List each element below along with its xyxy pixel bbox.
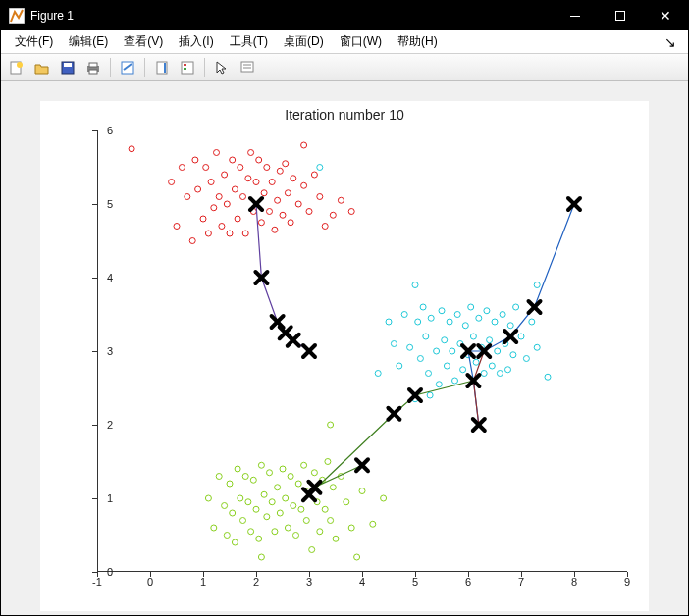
svg-point-24 (192, 157, 198, 163)
svg-point-20 (174, 224, 180, 230)
svg-rect-5 (64, 63, 72, 67)
close-button[interactable]: ✕ (643, 1, 688, 30)
maximize-button[interactable] (598, 1, 643, 30)
menu-desktop[interactable]: 桌面(D) (276, 30, 332, 53)
minimize-button[interactable] (553, 1, 598, 30)
svg-point-39 (235, 216, 240, 222)
svg-rect-14 (184, 68, 186, 70)
svg-point-61 (295, 201, 301, 207)
menu-window[interactable]: 窗口(W) (332, 30, 390, 53)
svg-point-122 (534, 282, 540, 288)
menu-tools[interactable]: 工具(T) (222, 30, 276, 53)
pointer-icon (214, 60, 230, 76)
svg-point-19 (169, 180, 175, 185)
svg-point-77 (407, 344, 413, 350)
svg-point-174 (359, 488, 365, 494)
xtick-label: 5 (405, 576, 425, 588)
menu-edit[interactable]: 编辑(E) (61, 30, 116, 53)
svg-point-105 (484, 308, 490, 314)
toolbar (1, 54, 688, 81)
svg-rect-12 (182, 62, 193, 74)
xtick-label: 4 (352, 576, 372, 588)
save-button[interactable] (56, 57, 80, 78)
svg-point-38 (232, 186, 238, 192)
svg-point-141 (258, 462, 264, 468)
colorbar-button[interactable] (150, 57, 174, 78)
xtick-label: 1 (193, 576, 213, 588)
svg-point-86 (434, 348, 440, 354)
svg-point-138 (250, 477, 256, 483)
svg-point-81 (420, 304, 426, 310)
svg-point-177 (328, 422, 334, 428)
svg-point-54 (275, 197, 281, 203)
svg-point-47 (256, 157, 262, 163)
svg-point-50 (264, 165, 270, 171)
xtick-label: 3 (299, 576, 319, 588)
svg-point-92 (450, 348, 455, 354)
svg-point-147 (275, 485, 281, 490)
svg-point-33 (219, 224, 225, 230)
svg-point-144 (267, 470, 273, 476)
xtick-label: 9 (617, 576, 637, 588)
svg-point-156 (298, 506, 304, 512)
svg-point-154 (293, 533, 299, 539)
xtick-label: 2 (246, 576, 266, 588)
datacursor-button[interactable] (236, 57, 259, 78)
svg-point-125 (211, 525, 217, 531)
svg-point-85 (428, 315, 434, 321)
svg-point-109 (495, 348, 501, 354)
svg-point-152 (288, 474, 293, 480)
legend-icon (180, 60, 195, 76)
menu-file[interactable]: 文件(F) (7, 30, 61, 53)
svg-point-60 (291, 176, 296, 181)
svg-point-64 (311, 172, 317, 178)
window-controls: ✕ (553, 1, 688, 30)
svg-point-59 (288, 220, 293, 226)
svg-point-172 (348, 525, 354, 531)
pointer-button[interactable] (210, 57, 234, 78)
print-button[interactable] (81, 57, 105, 78)
svg-point-110 (497, 371, 503, 377)
svg-point-84 (427, 392, 433, 398)
svg-point-99 (468, 304, 474, 310)
svg-point-166 (325, 459, 331, 465)
svg-point-158 (303, 518, 309, 524)
svg-point-124 (205, 495, 211, 501)
svg-point-43 (245, 176, 251, 181)
menu-insert[interactable]: 插入(I) (171, 30, 221, 53)
svg-point-67 (330, 212, 336, 218)
menu-view[interactable]: 查看(V) (116, 30, 171, 53)
svg-point-169 (333, 536, 339, 541)
svg-point-168 (330, 485, 336, 490)
axes-panel: Iteration number 10 0123456-10123456789 (40, 101, 649, 611)
svg-point-42 (242, 231, 248, 236)
svg-point-71 (317, 165, 323, 171)
svg-point-116 (513, 304, 519, 310)
svg-point-139 (253, 506, 259, 512)
figure-window: Figure 1 ✕ 文件(F) 编辑(E) 查看(V) 插入(I) 工具(T)… (0, 0, 689, 616)
svg-point-134 (240, 518, 246, 524)
open-button[interactable] (30, 57, 54, 78)
svg-point-70 (301, 142, 307, 148)
menu-overflow-icon[interactable]: ↘ (659, 34, 682, 50)
svg-point-91 (447, 319, 452, 325)
svg-point-145 (269, 499, 275, 505)
folder-open-icon (34, 60, 50, 76)
svg-point-150 (283, 495, 289, 501)
svg-point-48 (258, 220, 264, 226)
figure-canvas: Iteration number 10 0123456-10123456789 (1, 81, 688, 615)
legend-button[interactable] (176, 57, 199, 78)
svg-point-76 (401, 312, 407, 318)
svg-point-35 (224, 201, 230, 207)
svg-point-143 (264, 514, 270, 520)
svg-point-57 (283, 161, 289, 167)
new-figure-button[interactable] (5, 57, 28, 78)
menu-help[interactable]: 帮助(H) (390, 30, 446, 53)
toolbar-separator (144, 58, 145, 77)
svg-point-135 (242, 474, 248, 480)
svg-point-132 (235, 466, 240, 472)
svg-point-44 (248, 150, 254, 156)
svg-point-131 (232, 539, 238, 545)
link-button[interactable] (116, 57, 139, 78)
svg-rect-8 (89, 70, 97, 74)
